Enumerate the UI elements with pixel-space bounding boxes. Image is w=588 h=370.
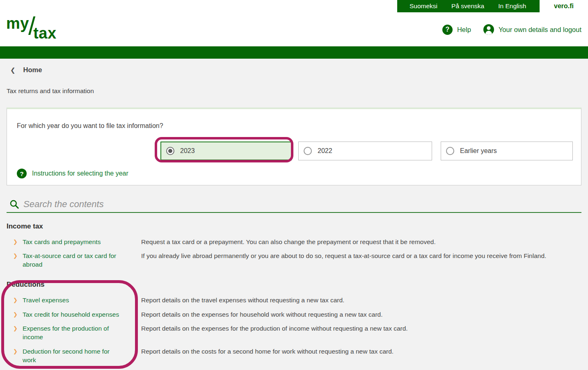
help-link[interactable]: Help [442,25,471,35]
year-option-label: Earlier years [460,147,497,155]
list-item: Tax-at-source card or tax card for abroa… [7,251,581,269]
chevron-right-icon [13,251,19,260]
user-links: Help Your own details and logout [442,23,581,37]
radio-selected-icon[interactable] [166,147,174,155]
chevron-right-icon [13,324,19,333]
language-link-finnish[interactable]: Suomeksi [410,2,437,10]
link-tax-cards-and-prepayments[interactable]: Tax cards and prepayments [23,238,101,246]
language-link-swedish[interactable]: På svenska [451,2,484,10]
section-heading: Deductions [7,281,581,289]
year-option-label: 2022 [318,147,332,155]
link-cell[interactable]: Deduction for second home for work [7,347,141,364]
link-description: If you already live abroad permanently o… [141,251,581,260]
instructions-label: Instructions for selecting the year [32,170,128,177]
link-cell[interactable]: Tax-at-source card or tax card for abroa… [7,251,141,269]
mytax-page: my / tax Suomeksi På svenska In English … [0,0,588,370]
link-description: Report details on the costs for a second… [141,347,581,356]
section-income-tax: Income tax Tax cards and prepayments Req… [7,222,581,269]
breadcrumb-home[interactable]: Home [7,65,42,75]
language-bar: Suomeksi På svenska In English [397,0,540,12]
list-item: Travel expenses Report details on the tr… [7,296,581,304]
year-option-2022[interactable]: 2022 [298,142,432,160]
main-content: Home Tax returns and tax information For… [0,59,588,370]
header: my / tax Suomeksi På svenska In English … [0,0,588,46]
search-icon [9,199,20,210]
list-item: Tax credit for household expenses Report… [7,310,581,319]
radio-unselected-icon[interactable] [446,147,454,155]
list-item: Expenses for the production of income Re… [7,324,581,341]
breadcrumb-label: Home [23,66,42,74]
radio-unselected-icon[interactable] [304,147,312,155]
link-household-expenses-credit[interactable]: Tax credit for household expenses [23,310,119,319]
account-label: Your own details and logout [499,26,581,34]
chevron-right-icon [13,238,19,246]
logo-text-my: my [6,16,29,31]
chevron-right-icon [13,347,19,356]
link-description: Request a tax card or a prepayment. You … [141,238,581,246]
page-title: Tax returns and tax information [7,87,581,95]
section-heading: Income tax [7,222,581,231]
chevron-right-icon [13,310,19,319]
year-option-label: 2023 [180,147,195,155]
year-instructions-link[interactable]: Instructions for selecting the year [17,169,128,178]
link-description: Report details on the expenses for the p… [141,324,581,333]
search-input[interactable] [23,199,352,210]
link-production-of-income-expenses[interactable]: Expenses for the production of income [23,324,124,341]
year-options: 2023 2022 Earlier years [160,142,573,160]
help-icon [17,169,27,178]
account-logout-link[interactable]: Your own details and logout [483,24,581,35]
chevron-right-icon [13,296,19,304]
year-option-2023[interactable]: 2023 [160,142,292,160]
list-item: Tax cards and prepayments Request a tax … [7,238,581,246]
mytax-logo[interactable]: my / tax [6,16,57,35]
verofi-link[interactable]: vero.fi [540,0,588,12]
link-description: Report details on the travel expenses wi… [141,296,581,304]
year-option-earlier-years[interactable]: Earlier years [441,142,573,160]
chevron-left-icon [10,67,16,73]
user-icon [483,24,494,35]
year-selection-panel: For which year do you want to file tax i… [7,107,581,185]
help-icon [442,25,453,35]
year-question: For which year do you want to file tax i… [17,122,163,130]
list-item: Deduction for second home for work Repor… [7,347,581,364]
logo-text-tax: tax [33,25,56,41]
help-label: Help [457,26,471,34]
link-cell[interactable]: Tax credit for household expenses [7,310,141,319]
link-tax-at-source-card[interactable]: Tax-at-source card or tax card for abroa… [23,251,124,269]
section-rows: Travel expenses Report details on the tr… [7,296,581,370]
link-second-home-deduction[interactable]: Deduction for second home for work [23,347,124,364]
link-travel-expenses[interactable]: Travel expenses [23,296,69,304]
link-cell[interactable]: Tax cards and prepayments [7,238,141,246]
section-deductions: Deductions Travel expenses Report detail… [7,281,581,370]
search-bar [7,196,581,213]
section-rows: Tax cards and prepayments Request a tax … [7,238,581,269]
link-cell[interactable]: Travel expenses [7,296,141,304]
nav-band [0,46,588,59]
link-description: Report details on the expenses for house… [141,310,581,319]
link-cell[interactable]: Expenses for the production of income [7,324,141,341]
language-link-english[interactable]: In English [498,2,526,10]
